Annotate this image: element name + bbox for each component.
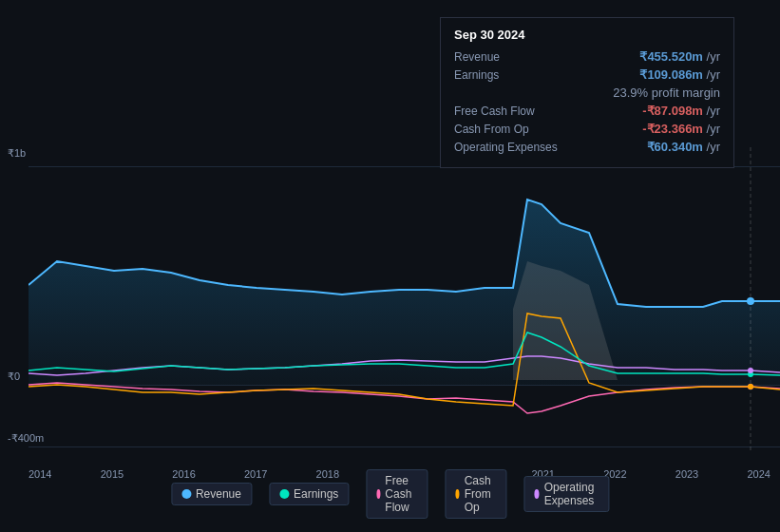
x-label-2014: 2014 [29,468,51,480]
legend-dot-earnings [279,489,289,499]
legend-dot-fcf [376,489,380,499]
legend-label-earnings: Earnings [294,487,338,501]
tooltip-row-revenue: Revenue ₹455.520m /yr [454,49,720,64]
tooltip-row-earnings: Earnings ₹109.086m /yr [454,67,720,82]
tooltip-value-margin: 23.9% profit margin [613,86,720,100]
svg-point-5 [748,384,753,390]
tooltip-row-cashfromop: Cash From Op -₹23.366m /yr [454,122,720,136]
tooltip-row-opex: Operating Expenses ₹60.340m /yr [454,140,720,154]
legend-opex[interactable]: Operating Expenses [523,476,609,512]
chart-legend: Revenue Earnings Free Cash Flow Cash Fro… [171,469,609,519]
tooltip-value-revenue: ₹455.520m /yr [639,49,720,64]
tooltip-date: Sep 30 2024 [454,28,720,42]
legend-fcf[interactable]: Free Cash Flow [366,469,428,519]
legend-dot-cashfromop [455,489,459,499]
x-label-2015: 2015 [101,468,124,480]
tooltip-value-cashfromop: -₹23.366m /yr [642,122,720,136]
tooltip-label-cashfromop: Cash From Op [454,123,568,136]
legend-label-revenue: Revenue [196,487,241,501]
legend-revenue[interactable]: Revenue [171,483,252,505]
tooltip-row-fcf: Free Cash Flow -₹87.098m /yr [454,104,720,118]
tooltip-value-earnings: ₹109.086m /yr [639,67,720,82]
svg-point-2 [747,297,754,305]
legend-dot-opex [534,489,539,499]
tooltip-label-fcf: Free Cash Flow [454,104,568,118]
legend-earnings[interactable]: Earnings [269,483,349,505]
tooltip-label-earnings: Earnings [454,68,568,82]
tooltip-label-opex: Operating Expenses [454,141,568,154]
legend-cashfromop[interactable]: Cash From Op [445,469,506,519]
tooltip-row-margin: 23.9% profit margin [454,86,720,100]
x-label-2023: 2023 [675,468,698,480]
legend-label-cashfromop: Cash From Op [465,474,497,514]
tooltip-box: Sep 30 2024 Revenue ₹455.520m /yr Earnin… [440,17,734,168]
legend-label-fcf: Free Cash Flow [385,474,417,514]
tooltip-label-revenue: Revenue [454,50,568,64]
legend-label-opex: Operating Expenses [544,481,599,507]
tooltip-value-fcf: -₹87.098m /yr [642,104,720,118]
x-label-2024: 2024 [747,468,770,480]
chart-svg [0,147,780,451]
tooltip-value-opex: ₹60.340m /yr [647,140,720,154]
legend-dot-revenue [181,489,191,499]
svg-point-6 [748,368,753,373]
